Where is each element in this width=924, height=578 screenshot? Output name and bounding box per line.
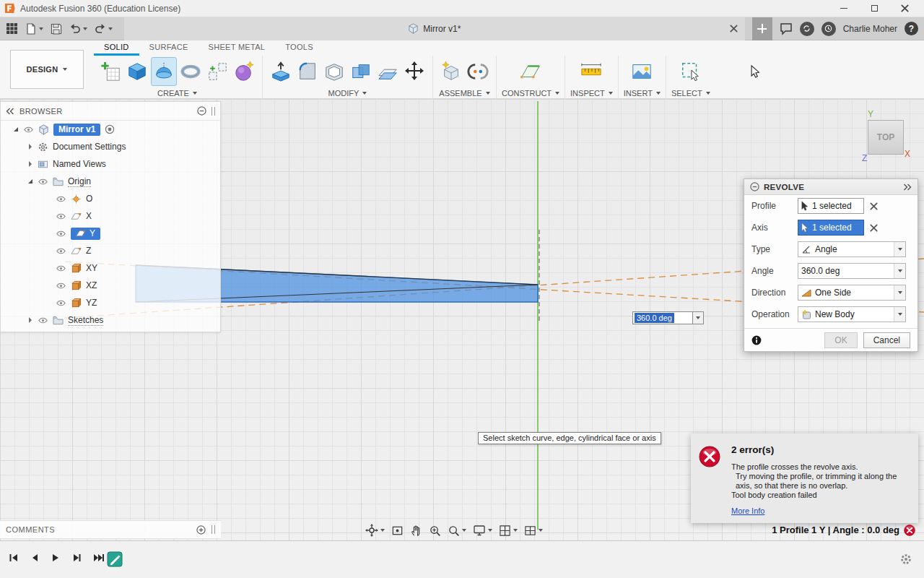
expand-icon[interactable] xyxy=(27,161,33,167)
browser-minimize-icon[interactable] xyxy=(197,106,206,116)
angle-input[interactable]: 360.0 deg xyxy=(632,311,693,324)
form-button[interactable] xyxy=(231,57,257,86)
collapse-browser-icon[interactable] xyxy=(6,108,14,115)
info-icon[interactable] xyxy=(751,335,762,345)
comments-drag-handle[interactable] xyxy=(212,525,215,534)
group-label-insert[interactable]: INSERT xyxy=(624,87,661,98)
insert-button[interactable] xyxy=(629,57,655,86)
browser-row-xy-plane[interactable]: XY xyxy=(1,259,220,277)
group-label-create[interactable]: CREATE xyxy=(157,87,197,98)
timeline-go-to-end-button[interactable] xyxy=(92,553,105,563)
user-name[interactable]: Charlie Moher xyxy=(843,24,897,34)
view-cube[interactable]: TOP Y X Z xyxy=(863,113,911,163)
sweep-button[interactable] xyxy=(178,57,204,86)
browser-row-sketches[interactable]: Sketches xyxy=(1,311,220,329)
grid-settings-button[interactable] xyxy=(499,525,518,537)
maximize-button[interactable] xyxy=(859,0,889,17)
minimize-button[interactable] xyxy=(829,0,859,17)
operation-dropdown[interactable]: New Body xyxy=(798,306,906,322)
dialog-title-bar[interactable]: REVOLVE xyxy=(744,179,918,195)
construct-plane-button[interactable] xyxy=(518,57,544,86)
workspace-selector[interactable]: DESIGN xyxy=(10,50,84,89)
create-sketch-button[interactable] xyxy=(97,57,123,86)
angle-field[interactable]: 360.0 deg xyxy=(798,263,906,279)
timeline-go-to-start-button[interactable] xyxy=(9,553,19,563)
browser-row-z-axis[interactable]: Z xyxy=(1,242,220,259)
zoom-button[interactable] xyxy=(429,525,441,537)
document-tab[interactable]: Mirror v1* xyxy=(124,17,745,40)
timeline-step-back-button[interactable] xyxy=(30,553,40,563)
extrude-button[interactable] xyxy=(124,57,150,86)
view-cube-face[interactable]: TOP xyxy=(868,120,904,155)
group-label-select[interactable]: SELECT xyxy=(671,87,710,98)
group-label-construct[interactable]: CONSTRUCT xyxy=(502,87,559,98)
undo-button[interactable] xyxy=(69,23,87,35)
angle-input-dropdown[interactable] xyxy=(693,311,704,324)
new-component-button[interactable] xyxy=(438,57,464,86)
ok-button[interactable]: OK xyxy=(824,332,857,348)
shell-button[interactable] xyxy=(321,57,347,86)
error-badge-icon[interactable] xyxy=(904,525,915,536)
fit-button[interactable] xyxy=(448,525,466,537)
new-tab-button[interactable] xyxy=(752,17,772,40)
dialog-collapse-icon[interactable] xyxy=(750,182,759,191)
display-settings-button[interactable] xyxy=(473,524,492,537)
tab-tools[interactable]: TOOLS xyxy=(275,40,323,56)
selected-axis-pill[interactable]: Y xyxy=(71,228,100,240)
look-at-button[interactable] xyxy=(391,525,404,537)
eye-icon[interactable] xyxy=(56,212,66,221)
pattern-button[interactable] xyxy=(204,57,230,86)
add-comment-icon[interactable] xyxy=(196,525,206,535)
eye-icon[interactable] xyxy=(56,229,66,238)
type-dropdown[interactable]: Angle xyxy=(798,241,906,257)
help-icon[interactable]: ? xyxy=(905,22,918,35)
tab-surface[interactable]: SURFACE xyxy=(139,40,199,56)
direction-dropdown[interactable]: One Side xyxy=(798,285,906,301)
operation-dropdown-caret[interactable] xyxy=(894,307,905,322)
split-button[interactable] xyxy=(375,57,401,86)
browser-row-y-axis[interactable]: Y xyxy=(1,225,220,242)
eye-icon[interactable] xyxy=(38,177,48,186)
expand-icon[interactable] xyxy=(13,126,19,132)
cancel-button[interactable]: Cancel xyxy=(863,332,910,348)
axis-selection-box[interactable]: 1 selected xyxy=(798,220,864,236)
orbit-button[interactable] xyxy=(365,524,385,537)
expand-icon[interactable] xyxy=(27,178,33,184)
pan-button[interactable] xyxy=(410,525,422,537)
redo-button[interactable] xyxy=(95,23,113,35)
eye-icon[interactable] xyxy=(38,316,48,325)
job-status-icon[interactable] xyxy=(800,22,814,36)
activate-radio-icon[interactable] xyxy=(105,124,115,134)
combine-button[interactable] xyxy=(348,57,374,86)
eye-icon[interactable] xyxy=(56,194,66,204)
clear-profile-icon[interactable] xyxy=(870,202,878,210)
browser-row-x-axis[interactable]: X xyxy=(1,207,220,225)
dialog-dock-icon[interactable] xyxy=(903,184,912,191)
tab-solid[interactable]: SOLID xyxy=(94,40,139,56)
app-grid-icon[interactable] xyxy=(6,22,18,35)
more-info-link[interactable]: More Info xyxy=(731,506,764,515)
viewports-button[interactable] xyxy=(524,525,543,537)
move-button[interactable] xyxy=(401,57,427,86)
browser-drag-handle[interactable] xyxy=(212,107,215,116)
file-menu-button[interactable] xyxy=(25,23,43,35)
close-button[interactable] xyxy=(889,0,920,17)
tab-sheet-metal[interactable]: SHEET METAL xyxy=(199,40,276,56)
browser-row-origin[interactable]: Origin xyxy=(1,173,220,190)
clear-axis-icon[interactable] xyxy=(870,224,878,232)
group-label-assemble[interactable]: ASSEMBLE xyxy=(439,87,489,98)
timeline-play-button[interactable] xyxy=(51,553,61,563)
timeline-settings-gear-icon[interactable] xyxy=(899,553,912,566)
timeline-step-forward-button[interactable] xyxy=(71,553,82,563)
fillet-button[interactable] xyxy=(295,57,321,86)
notifications-icon[interactable] xyxy=(821,22,836,36)
browser-row-doc-settings[interactable]: Document Settings xyxy=(1,138,220,155)
tab-close-icon[interactable] xyxy=(730,25,738,33)
type-dropdown-caret[interactable] xyxy=(894,242,905,256)
angle-spinner-caret[interactable] xyxy=(894,264,905,278)
comment-icon[interactable] xyxy=(780,22,793,35)
save-button[interactable] xyxy=(51,23,62,35)
direction-dropdown-caret[interactable] xyxy=(894,285,905,300)
press-pull-button[interactable] xyxy=(268,57,294,86)
expand-icon[interactable] xyxy=(27,317,33,323)
